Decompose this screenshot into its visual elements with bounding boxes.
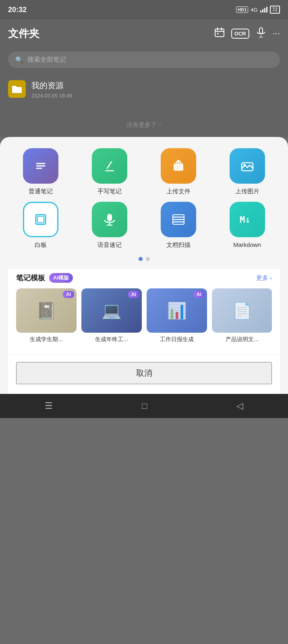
template-card-label-1: 生成学生期...	[16, 336, 77, 343]
voice-label: 语音速记	[97, 241, 122, 249]
whiteboard-icon	[23, 202, 58, 237]
ai-tag-1: AI	[63, 291, 74, 298]
action-note[interactable]: 普通笔记	[8, 148, 74, 195]
folder-icon	[8, 80, 26, 98]
template-img-4: 📄	[212, 288, 272, 333]
markdown-icon: M↓	[230, 202, 265, 237]
bottom-nav: ☰ □ ◁	[0, 394, 288, 418]
template-title-wrap: 笔记模板 AI模版	[16, 273, 73, 283]
svg-rect-17	[107, 214, 112, 221]
pagination-dots	[8, 257, 280, 261]
more-icon[interactable]: ···	[273, 28, 280, 39]
markdown-label: Markdown	[233, 241, 261, 248]
upload-img-label: 上传图片	[235, 188, 259, 195]
search-icon: 🔍	[15, 56, 23, 64]
note-icon	[23, 148, 58, 184]
svg-text:M↓: M↓	[240, 215, 251, 225]
template-img-2: AI 💻	[81, 288, 142, 333]
battery-indicator: 72	[270, 6, 280, 14]
status-bar: 20:32 HD1 4G 72	[0, 0, 288, 19]
action-voice[interactable]: 语音速记	[77, 202, 143, 249]
page-title: 文件夹	[8, 27, 39, 41]
folder-name: 我的资源	[31, 80, 72, 91]
scan-icon	[161, 202, 196, 237]
template-title: 笔记模板	[16, 273, 45, 283]
action-upload-img[interactable]: 上传图片	[214, 148, 280, 195]
ai-badge: AI模版	[49, 273, 73, 283]
hd-badge: HD1	[236, 6, 248, 13]
action-scan[interactable]: 文档扫描	[146, 202, 211, 249]
back-button[interactable]: ◁	[236, 401, 243, 411]
menu-button[interactable]: ☰	[45, 401, 53, 411]
signal-4g: 4G	[251, 7, 257, 13]
whiteboard-label: 白板	[35, 241, 47, 249]
folder-item[interactable]: 我的资源 2024.03.05 18:48	[8, 80, 280, 99]
action-markdown[interactable]: M↓ Markdown	[214, 202, 280, 249]
calendar-icon[interactable]	[214, 27, 225, 40]
template-img-3: AI 📊	[147, 288, 207, 333]
more-templates-link[interactable]: 更多 ›	[256, 274, 272, 282]
ai-tag-2: AI	[128, 291, 139, 298]
search-placeholder: 搜索全部笔记	[27, 56, 66, 64]
no-more-text: 没有更多了 ~	[0, 105, 288, 137]
action-handwrite[interactable]: 手写笔记	[77, 148, 143, 195]
header-actions: OCR ···	[214, 27, 280, 40]
template-card-2[interactable]: AI 💻 生成年终工...	[81, 288, 142, 343]
voice-icon	[92, 202, 127, 237]
template-card-label-3: 工作日报生成	[147, 336, 207, 343]
signal-bars	[260, 7, 267, 12]
status-time: 20:32	[8, 6, 27, 14]
template-card-1[interactable]: AI 📓 生成学生期...	[16, 288, 77, 343]
home-button[interactable]: □	[142, 401, 147, 411]
svg-rect-0	[215, 29, 224, 37]
upload-file-icon	[161, 148, 196, 184]
folder-section: 我的资源 2024.03.05 18:48	[0, 74, 288, 105]
dot-0	[139, 257, 143, 261]
scan-label: 文档扫描	[166, 241, 191, 249]
template-card-label-2: 生成年终工...	[81, 336, 142, 343]
template-card-label-4: 产品说明文...	[212, 336, 272, 343]
upload-file-label: 上传文件	[166, 188, 191, 195]
folder-info: 我的资源 2024.03.05 18:48	[31, 80, 72, 99]
action-whiteboard[interactable]: 白板	[8, 202, 74, 249]
dot-1	[146, 257, 150, 261]
svg-point-14	[243, 164, 246, 166]
note-label: 普通笔记	[29, 188, 53, 195]
handwrite-label: 手写笔记	[97, 188, 122, 195]
handwrite-icon	[92, 148, 127, 184]
ocr-button[interactable]: OCR	[231, 29, 249, 39]
cancel-section: 取消	[8, 354, 280, 394]
search-bar: 🔍 搜索全部笔记	[0, 48, 288, 74]
page-header: 文件夹 OCR ···	[0, 19, 288, 48]
template-header: 笔记模板 AI模版 更多 ›	[16, 269, 272, 288]
ai-tag-3: AI	[193, 291, 205, 298]
cancel-button[interactable]: 取消	[16, 362, 272, 384]
svg-rect-16	[37, 216, 44, 223]
bottom-sheet: 普通笔记 手写笔记 上传文件	[0, 137, 288, 394]
search-input-wrap[interactable]: 🔍 搜索全部笔记	[8, 52, 280, 68]
microphone-icon[interactable]	[256, 27, 266, 40]
svg-rect-5	[259, 28, 263, 33]
folder-date: 2024.03.05 18:48	[31, 93, 72, 99]
action-upload-file[interactable]: 上传文件	[146, 148, 211, 195]
quick-actions-grid: 普通笔记 手写笔记 上传文件	[8, 148, 280, 249]
upload-img-icon	[230, 148, 265, 184]
template-card-3[interactable]: AI 📊 工作日报生成	[147, 288, 207, 343]
template-card-4[interactable]: 📄 产品说明文...	[212, 288, 272, 343]
template-cards: AI 📓 生成学生期... AI 💻 生成年终工...	[16, 288, 272, 346]
svg-rect-4	[217, 33, 219, 34]
template-section: 笔记模板 AI模版 更多 › AI 📓 生成学生期... AI	[8, 269, 280, 354]
template-img-1: AI 📓	[16, 288, 77, 333]
status-icons: HD1 4G 72	[236, 6, 280, 14]
